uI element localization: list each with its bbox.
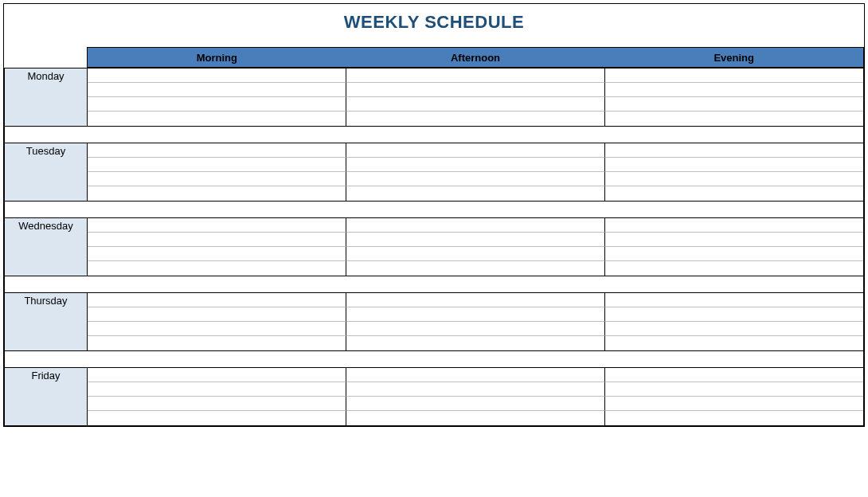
schedule-cell[interactable]: [346, 411, 605, 425]
schedule-cell[interactable]: [88, 411, 346, 425]
schedule-cell[interactable]: [346, 247, 605, 261]
schedule-cell[interactable]: [88, 172, 346, 186]
schedule-cell[interactable]: [605, 247, 863, 261]
day-grid: [88, 293, 863, 350]
schedule-cell[interactable]: [346, 307, 605, 322]
schedule-cell[interactable]: [605, 307, 863, 322]
schedule-cell[interactable]: [88, 382, 346, 397]
schedule-cell[interactable]: [346, 143, 605, 158]
day-label: Tuesday: [5, 143, 88, 201]
day-grid: [88, 368, 863, 425]
schedule-cell[interactable]: [346, 322, 605, 336]
grid-row: [88, 293, 863, 307]
grid-row: [88, 261, 863, 276]
schedule-cell[interactable]: [605, 112, 863, 126]
page-title: WEEKLY SCHEDULE: [4, 4, 864, 47]
grid-row: [88, 97, 863, 112]
col-evening: Evening: [604, 48, 863, 67]
schedule-cell[interactable]: [605, 97, 863, 112]
schedule-cell[interactable]: [605, 322, 863, 336]
schedule-cell[interactable]: [346, 368, 605, 382]
grid-row: [88, 112, 863, 126]
schedule-cell[interactable]: [605, 368, 863, 382]
grid-row: [88, 397, 863, 411]
schedule-cell[interactable]: [88, 293, 346, 307]
day-gap: [4, 351, 864, 367]
grid-row: [88, 247, 863, 261]
day-grid: [88, 143, 863, 201]
schedule-cell[interactable]: [88, 261, 346, 276]
schedule-cell[interactable]: [346, 186, 605, 201]
schedule-cell[interactable]: [346, 382, 605, 397]
schedule-cell[interactable]: [88, 158, 346, 172]
grid-row: [88, 382, 863, 397]
schedule-cell[interactable]: [88, 307, 346, 322]
schedule-cell[interactable]: [88, 112, 346, 126]
day-gap: [4, 202, 864, 217]
schedule-cell[interactable]: [605, 83, 863, 97]
schedule-cell[interactable]: [605, 218, 863, 233]
schedule-cell[interactable]: [346, 83, 605, 97]
day-block: Wednesday: [4, 217, 864, 276]
schedule-cell[interactable]: [346, 158, 605, 172]
schedule-cell[interactable]: [605, 336, 863, 350]
schedule-cell[interactable]: [605, 158, 863, 172]
schedule-cell[interactable]: [88, 68, 346, 83]
day-block: Thursday: [4, 292, 864, 351]
schedule-cell[interactable]: [605, 261, 863, 276]
grid-row: [88, 322, 863, 336]
grid-row: [88, 218, 863, 233]
schedule-cell[interactable]: [346, 233, 605, 247]
grid-row: [88, 411, 863, 425]
schedule-cell[interactable]: [346, 218, 605, 233]
header-spacer: [4, 47, 87, 68]
schedule-cell[interactable]: [605, 233, 863, 247]
grid-row: [88, 158, 863, 172]
grid-row: [88, 186, 863, 201]
grid-row: [88, 83, 863, 97]
schedule-cell[interactable]: [88, 97, 346, 112]
days-container: MondayTuesdayWednesdayThursdayFriday: [4, 68, 864, 426]
header-bar: Morning Afternoon Evening: [87, 47, 864, 68]
schedule-cell[interactable]: [346, 261, 605, 276]
schedule-cell[interactable]: [88, 368, 346, 382]
schedule-cell[interactable]: [88, 143, 346, 158]
grid-row: [88, 368, 863, 382]
schedule-cell[interactable]: [88, 247, 346, 261]
schedule-cell[interactable]: [605, 411, 863, 425]
schedule-cell[interactable]: [88, 233, 346, 247]
schedule-cell[interactable]: [346, 97, 605, 112]
day-block: Tuesday: [4, 143, 864, 202]
schedule-cell[interactable]: [605, 382, 863, 397]
schedule-cell[interactable]: [346, 172, 605, 186]
schedule-cell[interactable]: [605, 143, 863, 158]
schedule-cell[interactable]: [605, 68, 863, 83]
grid-row: [88, 307, 863, 322]
day-label: Thursday: [5, 293, 88, 350]
schedule-cell[interactable]: [605, 172, 863, 186]
schedule-cell[interactable]: [605, 293, 863, 307]
column-header-row: Morning Afternoon Evening: [4, 47, 864, 68]
schedule-cell[interactable]: [346, 397, 605, 411]
schedule-cell[interactable]: [605, 397, 863, 411]
day-grid: [88, 218, 863, 276]
schedule-cell[interactable]: [346, 112, 605, 126]
schedule-cell[interactable]: [346, 68, 605, 83]
schedule-cell[interactable]: [88, 336, 346, 350]
schedule-cell[interactable]: [605, 186, 863, 201]
schedule-cell[interactable]: [88, 186, 346, 201]
schedule-cell[interactable]: [346, 336, 605, 350]
schedule-cell[interactable]: [88, 322, 346, 336]
schedule-cell[interactable]: [88, 218, 346, 233]
day-grid: [88, 68, 863, 126]
col-afternoon: Afternoon: [346, 48, 605, 67]
schedule-cell[interactable]: [88, 397, 346, 411]
grid-row: [88, 172, 863, 186]
col-morning: Morning: [88, 48, 346, 67]
day-label: Monday: [5, 68, 88, 126]
day-label: Wednesday: [5, 218, 88, 276]
day-label: Friday: [5, 368, 88, 425]
day-block: Monday: [4, 68, 864, 127]
schedule-cell[interactable]: [88, 83, 346, 97]
schedule-cell[interactable]: [346, 293, 605, 307]
